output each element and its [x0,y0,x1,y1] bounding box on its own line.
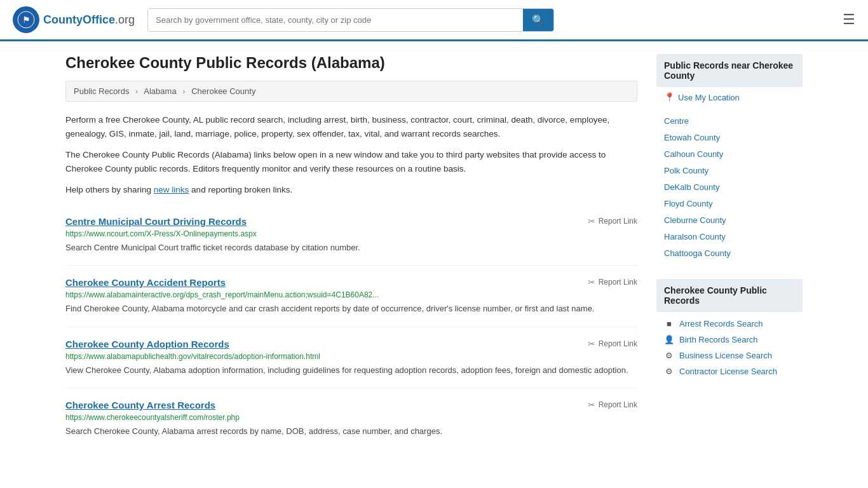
sidebar-nearby-list: Centre Etowah County Calhoun County Polk… [656,107,803,266]
svg-text:⚑: ⚑ [22,15,31,25]
arrest-icon: ■ [664,319,674,329]
arrest-records-link[interactable]: Arrest Records Search [679,319,763,329]
location-icon: 📍 [664,92,675,102]
sidebar: Public Records near Cherokee County 📍 Us… [656,54,803,449]
logo-icon: ⚑ [13,6,39,33]
record-url: https://www.cherokeecountyalsheriff.com/… [65,413,637,422]
nearby-link-haralson[interactable]: Haralson County [664,232,726,241]
report-icon: ✂ [588,216,595,226]
report-link[interactable]: ✂ Report Link [588,277,637,287]
record-url: https://www.ncourt.com/X-Press/X-Onlinep… [65,229,637,238]
menu-icon[interactable]: ☰ [843,11,855,28]
new-links-link[interactable]: new links [154,185,189,194]
page-title: Cherokee County Public Records (Alabama) [65,54,637,72]
logo-tld: .org [115,13,135,26]
breadcrumb-alabama[interactable]: Alabama [144,86,176,96]
sidebar-records-section: Cherokee County Public Records ■ Arrest … [656,279,803,383]
record-desc: Find Cherokee County, Alabama motorcycle… [65,302,637,315]
nearby-link-dekalb[interactable]: DeKalb County [664,182,719,192]
list-item: Floyd County [656,195,803,212]
sidebar-records-title: Cherokee County Public Records [656,279,803,312]
report-icon: ✂ [588,277,595,287]
list-item: Haralson County [656,228,803,245]
contractor-icon: ⚙ [664,367,674,376]
list-item: ■ Arrest Records Search [656,316,803,332]
nearby-link-floyd[interactable]: Floyd County [664,199,713,208]
list-item: Cleburne County [656,212,803,228]
list-item: Centre [656,112,803,129]
report-icon: ✂ [588,400,595,410]
list-item: ⚙ Contractor License Search [656,363,803,379]
records-list: Centre Municipal Court Driving Records ✂… [65,205,637,449]
record-item: Centre Municipal Court Driving Records ✂… [65,205,637,266]
use-location-button[interactable]: 📍 Use My Location [656,87,803,107]
nearby-link-etowah[interactable]: Etowah County [664,133,720,142]
search-input[interactable] [148,9,523,31]
search-bar: 🔍 [147,8,554,32]
nearby-link-centre[interactable]: Centre [664,116,689,126]
breadcrumb-cherokee[interactable]: Cherokee County [191,86,255,96]
record-desc: View Cherokee County, Alabama adoption i… [65,364,637,377]
report-link[interactable]: ✂ Report Link [588,339,637,349]
nearby-link-chattooga[interactable]: Chattooga County [664,248,731,258]
description-1: Perform a free Cherokee County, AL publi… [65,113,637,140]
record-item: Cherokee County Adoption Records ✂ Repor… [65,327,637,389]
header: ⚑ CountyOffice.org 🔍 ☰ [0,0,868,41]
sidebar-nearby-section: Public Records near Cherokee County 📍 Us… [656,54,803,266]
business-license-link[interactable]: Business License Search [679,351,772,360]
nearby-link-cleburne[interactable]: Cleburne County [664,215,726,225]
report-icon: ✂ [588,339,595,349]
record-desc: Search Cherokee County, Alabama arrest r… [65,425,637,438]
list-item: Calhoun County [656,146,803,162]
use-location-label: Use My Location [678,93,740,102]
birth-records-link[interactable]: Birth Records Search [679,335,758,344]
record-item: Cherokee County Accident Reports ✂ Repor… [65,266,637,327]
logo-name: CountyOffice [43,13,115,26]
sidebar-nearby-title: Public Records near Cherokee County [656,54,803,87]
logo-link[interactable]: ⚑ CountyOffice.org [13,6,135,33]
record-url: https://www.alabamainteractive.org/dps_c… [65,290,637,299]
page-container: Cherokee County Public Records (Alabama)… [53,41,815,462]
nearby-link-calhoun[interactable]: Calhoun County [664,149,723,159]
list-item: Chattooga County [656,245,803,261]
report-link[interactable]: ✂ Report Link [588,400,637,410]
breadcrumb: Public Records › Alabama › Cherokee Coun… [65,81,637,102]
business-icon: ⚙ [664,351,674,360]
record-title[interactable]: Cherokee County Adoption Records [65,339,229,349]
description-3: Help others by sharing new links and rep… [65,183,637,197]
record-title[interactable]: Cherokee County Accident Reports [65,277,226,288]
breadcrumb-public-records[interactable]: Public Records [74,86,129,96]
record-title[interactable]: Cherokee County Arrest Records [65,400,215,410]
main-content: Cherokee County Public Records (Alabama)… [65,54,637,449]
nearby-link-polk[interactable]: Polk County [664,166,709,175]
logo-text: CountyOffice.org [43,13,135,27]
list-item: Etowah County [656,129,803,146]
list-item: 👤 Birth Records Search [656,332,803,348]
sidebar-records-list: ■ Arrest Records Search 👤 Birth Records … [656,312,803,383]
description-2: The Cherokee County Public Records (Alab… [65,148,637,175]
contractor-license-link[interactable]: Contractor License Search [679,367,777,376]
record-title[interactable]: Centre Municipal Court Driving Records [65,216,247,227]
list-item: ⚙ Business License Search [656,348,803,363]
search-button[interactable]: 🔍 [523,9,553,31]
record-url: https://www.alabamapublichealth.gov/vita… [65,352,637,361]
record-item: Cherokee County Arrest Records ✂ Report … [65,388,637,449]
list-item: Polk County [656,162,803,179]
record-desc: Search Centre Municipal Court traffic ti… [65,241,637,254]
list-item: DeKalb County [656,179,803,195]
report-link[interactable]: ✂ Report Link [588,216,637,226]
birth-icon: 👤 [664,335,674,344]
